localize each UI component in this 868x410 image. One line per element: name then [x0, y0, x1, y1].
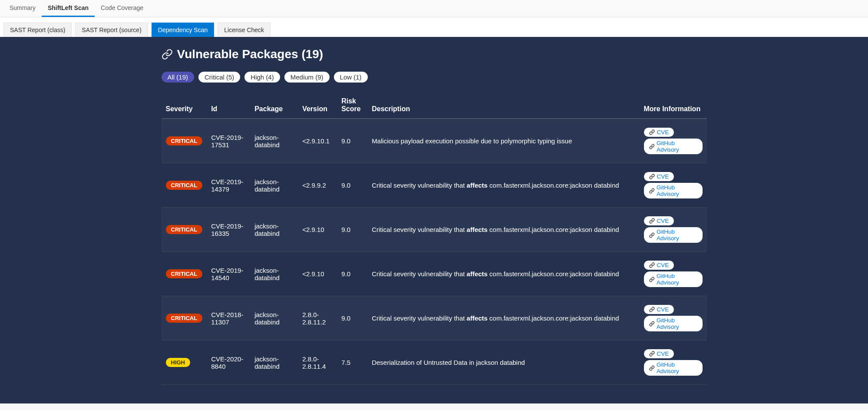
- cell-id: CVE-2019-16335: [207, 208, 250, 252]
- cell-more-info: CVEGitHub Advisory: [640, 296, 707, 341]
- filter-critical[interactable]: Critical (5): [198, 72, 240, 83]
- table-row: CRITICALCVE-2019-17531jackson-databind<2…: [162, 119, 707, 163]
- cell-id: CVE-2019-17531: [207, 119, 250, 163]
- col-severity[interactable]: Severity: [162, 92, 207, 119]
- cell-risk: 7.5: [337, 341, 367, 385]
- severity-badge: CRITICAL: [166, 225, 203, 234]
- cell-more-info: CVEGitHub Advisory: [640, 208, 707, 252]
- filter-medium[interactable]: Medium (9): [284, 72, 330, 83]
- severity-badge: CRITICAL: [166, 136, 203, 145]
- sub-tab-sast-report-source-[interactable]: SAST Report (source): [75, 23, 148, 37]
- cell-version: <2.9.10: [298, 252, 337, 296]
- top-tab-code-coverage[interactable]: Code Coverage: [95, 0, 149, 17]
- cell-version: 2.8.0-2.8.11.4: [298, 341, 337, 385]
- filter-row: All (19)Critical (5)High (4)Medium (9)Lo…: [162, 72, 707, 83]
- cell-description: Critical severity vulnerability that aff…: [367, 296, 639, 341]
- cell-version: <2.9.10: [298, 208, 337, 252]
- cell-risk: 9.0: [337, 208, 367, 252]
- filter-all[interactable]: All (19): [162, 72, 195, 83]
- cell-version: 2.8.0-2.8.11.2: [298, 296, 337, 341]
- github-advisory-link[interactable]: GitHub Advisory: [644, 139, 703, 154]
- cell-more-info: CVEGitHub Advisory: [640, 341, 707, 385]
- cell-risk: 9.0: [337, 119, 367, 163]
- cell-description: Critical severity vulnerability that aff…: [367, 163, 639, 208]
- cell-package: jackson-databind: [250, 252, 298, 296]
- sub-tab-sast-report-class-[interactable]: SAST Report (class): [3, 23, 72, 37]
- cve-link[interactable]: CVE: [644, 128, 674, 137]
- github-advisory-link[interactable]: GitHub Advisory: [644, 271, 703, 287]
- cell-more-info: CVEGitHub Advisory: [640, 163, 707, 208]
- cell-description: Deserialization of Untrusted Data in jac…: [367, 341, 639, 385]
- filter-high[interactable]: High (4): [244, 72, 280, 83]
- cell-id: CVE-2018-11307: [207, 296, 250, 341]
- cell-id: CVE-2019-14540: [207, 252, 250, 296]
- cve-link[interactable]: CVE: [644, 172, 674, 181]
- table-row: CRITICALCVE-2019-16335jackson-databind<2…: [162, 208, 707, 252]
- sub-tab-dependency-scan[interactable]: Dependency Scan: [152, 23, 214, 37]
- sub-tab-license-check[interactable]: License Check: [218, 23, 271, 37]
- cell-more-info: CVEGitHub Advisory: [640, 252, 707, 296]
- page-title: Vulnerable Packages (19): [177, 47, 323, 61]
- cell-risk: 9.0: [337, 252, 367, 296]
- col-risk[interactable]: Risk Score: [337, 92, 367, 119]
- heading-row: Vulnerable Packages (19): [162, 47, 707, 61]
- col-package[interactable]: Package: [250, 92, 298, 119]
- table-row: CRITICALCVE-2019-14540jackson-databind<2…: [162, 252, 707, 296]
- github-advisory-link[interactable]: GitHub Advisory: [644, 316, 703, 331]
- top-tab-shiftleft-scan[interactable]: ShiftLeft Scan: [42, 0, 95, 17]
- severity-badge: CRITICAL: [166, 269, 203, 278]
- vuln-table: Severity Id Package Version Risk Score D…: [162, 92, 707, 385]
- cve-link[interactable]: CVE: [644, 305, 674, 314]
- cell-package: jackson-databind: [250, 341, 298, 385]
- content-panel: Vulnerable Packages (19) All (19)Critica…: [0, 37, 868, 403]
- link-icon: [162, 49, 173, 60]
- severity-badge: CRITICAL: [166, 314, 203, 323]
- cve-link[interactable]: CVE: [644, 349, 674, 358]
- col-more[interactable]: More Information: [640, 92, 707, 119]
- cell-risk: 9.0: [337, 163, 367, 208]
- cell-package: jackson-databind: [250, 208, 298, 252]
- github-advisory-link[interactable]: GitHub Advisory: [644, 360, 703, 376]
- cell-id: CVE-2019-14379: [207, 163, 250, 208]
- cell-more-info: CVEGitHub Advisory: [640, 119, 707, 163]
- col-version[interactable]: Version: [298, 92, 337, 119]
- cve-link[interactable]: CVE: [644, 216, 674, 225]
- cve-link[interactable]: CVE: [644, 261, 674, 270]
- col-id[interactable]: Id: [207, 92, 250, 119]
- github-advisory-link[interactable]: GitHub Advisory: [644, 227, 703, 243]
- cell-id: CVE-2020-8840: [207, 341, 250, 385]
- cell-risk: 9.0: [337, 296, 367, 341]
- table-row: CRITICALCVE-2019-14379jackson-databind<2…: [162, 163, 707, 208]
- filter-low[interactable]: Low (1): [334, 72, 368, 83]
- sub-tabs: SAST Report (class)SAST Report (source)D…: [0, 17, 868, 37]
- cell-description: Critical severity vulnerability that aff…: [367, 208, 639, 252]
- cell-package: jackson-databind: [250, 119, 298, 163]
- table-row: HIGHCVE-2020-8840jackson-databind2.8.0-2…: [162, 341, 707, 385]
- severity-badge: HIGH: [166, 358, 191, 367]
- severity-badge: CRITICAL: [166, 181, 203, 190]
- github-advisory-link[interactable]: GitHub Advisory: [644, 183, 703, 198]
- cell-version: <2.9.9.2: [298, 163, 337, 208]
- top-tab-summary[interactable]: Summary: [3, 0, 42, 17]
- cell-package: jackson-databind: [250, 163, 298, 208]
- col-description[interactable]: Description: [367, 92, 639, 119]
- cell-package: jackson-databind: [250, 296, 298, 341]
- table-row: CRITICALCVE-2018-11307jackson-databind2.…: [162, 296, 707, 341]
- cell-version: <2.9.10.1: [298, 119, 337, 163]
- top-tabs: SummaryShiftLeft ScanCode Coverage: [0, 0, 868, 17]
- cell-description: Critical severity vulnerability that aff…: [367, 252, 639, 296]
- cell-description: Malicious payload execution possible due…: [367, 119, 639, 163]
